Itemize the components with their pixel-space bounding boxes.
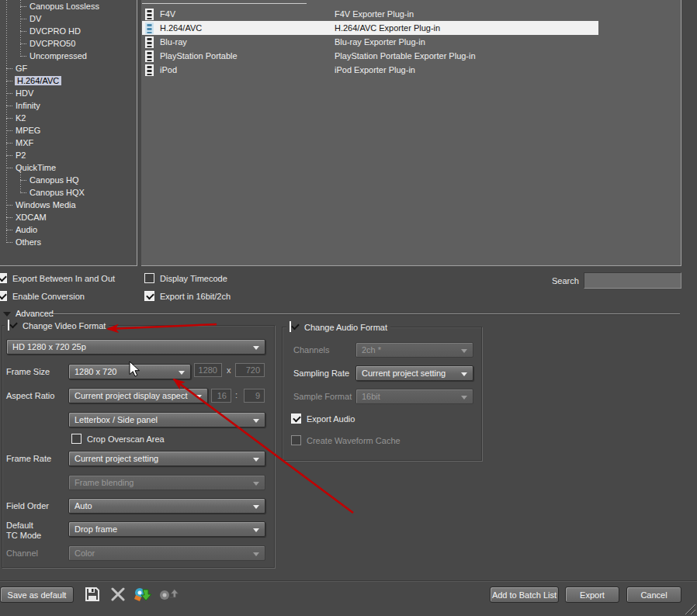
tree-item-label: Uncompressed bbox=[29, 51, 87, 61]
add-to-batch-list-button[interactable]: Add to Batch List bbox=[490, 587, 559, 603]
tree-item-uncompressed[interactable]: Uncompressed bbox=[0, 50, 137, 62]
exporter-row-f4v[interactable]: F4V F4V Exporter Plug-in bbox=[142, 7, 598, 21]
chevron-down-icon bbox=[253, 552, 259, 556]
waveform-cache-checkbox bbox=[291, 435, 301, 445]
tree-stub bbox=[20, 192, 26, 193]
import-preset-button[interactable] bbox=[132, 583, 154, 604]
field-order-value: Auto bbox=[75, 501, 92, 510]
tree-stub bbox=[6, 130, 12, 131]
save-preset-button[interactable] bbox=[82, 584, 102, 604]
tree-item-dvcpro50[interactable]: DVCPRO50 bbox=[0, 37, 137, 50]
search-input[interactable] bbox=[584, 272, 681, 289]
sampling-rate-select[interactable]: Current project setting bbox=[355, 365, 473, 381]
tree-item-p2[interactable]: P2 bbox=[0, 149, 137, 161]
exporter-row-psp[interactable]: PlayStation Portable PlayStation Portabl… bbox=[142, 49, 598, 63]
exporter-list: F4V F4V Exporter Plug-in H.264/AVC H.264… bbox=[141, 0, 681, 266]
frame-rate-value: Current project setting bbox=[75, 454, 158, 463]
export-between-checkbox[interactable] bbox=[0, 273, 7, 283]
tree-stub bbox=[6, 168, 12, 168]
tree-item-infinity[interactable]: Infinity bbox=[0, 99, 137, 112]
aspect-ratio-select[interactable]: Current project display aspect bbox=[68, 388, 208, 403]
frame-rate-label: Frame Rate bbox=[6, 454, 51, 463]
exporter-name: PlayStation Portable bbox=[160, 51, 335, 61]
save-as-default-button[interactable]: Save as default bbox=[0, 587, 74, 603]
exporter-description: H.264/AVC Exporter Plug-in bbox=[335, 23, 598, 33]
enable-conversion-checkbox[interactable] bbox=[0, 291, 7, 301]
tree-item-canopus-hqx[interactable]: Canopus HQX bbox=[0, 186, 137, 199]
delete-preset-button[interactable] bbox=[108, 584, 128, 604]
aspect-ratio-label: Aspect Ratio bbox=[6, 391, 54, 400]
tree-item-mpeg[interactable]: MPEG bbox=[0, 124, 137, 137]
chevron-down-icon bbox=[461, 349, 467, 353]
channel-value: Color bbox=[75, 549, 95, 558]
sample-format-select: 16bit bbox=[355, 389, 473, 404]
exporter-row-ipod[interactable]: iPod iPod Exporter Plug-in bbox=[142, 63, 598, 77]
display-timecode-checkbox[interactable] bbox=[144, 273, 154, 283]
export-preset-button bbox=[158, 583, 179, 604]
chevron-down-icon bbox=[196, 395, 202, 399]
tree-item-mxf[interactable]: MXF bbox=[0, 137, 137, 149]
change-audio-format-checkbox[interactable] bbox=[290, 321, 291, 332]
tree-item-label: Windows Media bbox=[16, 200, 76, 209]
panel-splitter[interactable] bbox=[137, 0, 137, 266]
crop-overscan-checkbox[interactable] bbox=[71, 434, 81, 444]
tree-item-others[interactable]: Others bbox=[0, 236, 137, 248]
change-video-format-checkbox[interactable] bbox=[8, 320, 9, 330]
tree-item-label: Canopus HQ bbox=[29, 175, 79, 185]
tree-item-canopus-lossless[interactable]: Canopus Lossless bbox=[0, 0, 137, 12]
exporter-description: iPod Exporter Plug-in bbox=[335, 65, 598, 74]
export-audio-checkbox[interactable] bbox=[291, 414, 301, 424]
field-order-select[interactable]: Auto bbox=[68, 498, 265, 514]
tree-item-label: Infinity bbox=[16, 101, 40, 110]
channel-select: Color bbox=[68, 545, 265, 561]
tree-item-audio[interactable]: Audio bbox=[0, 223, 137, 236]
tree-item-label: GF bbox=[16, 64, 27, 73]
tree-item-h264avc-selected[interactable]: H.264/AVC bbox=[0, 74, 137, 87]
exporter-row-h264avc-selected[interactable]: H.264/AVC H.264/AVC Exporter Plug-in bbox=[142, 21, 598, 35]
tree-item-quicktime[interactable]: QuickTime bbox=[0, 161, 137, 174]
tree-stub bbox=[20, 19, 26, 19]
frame-size-select[interactable]: 1280 x 720 bbox=[68, 364, 191, 379]
tree-stub bbox=[20, 43, 26, 44]
cancel-button[interactable]: Cancel bbox=[626, 587, 681, 603]
tree-stub bbox=[20, 6, 26, 7]
tree-item-label: H.264/AVC bbox=[15, 76, 61, 85]
letterbox-select[interactable]: Letterbox / Side panel bbox=[68, 412, 265, 427]
window-resize-grip[interactable] bbox=[683, 602, 695, 614]
tree-item-label: MPEG bbox=[16, 126, 40, 135]
tree-item-xdcam[interactable]: XDCAM bbox=[0, 211, 137, 223]
default-tc-select[interactable]: Drop frame bbox=[68, 521, 265, 537]
cancel-label: Cancel bbox=[640, 590, 667, 600]
frame-rate-select[interactable]: Current project setting bbox=[68, 451, 265, 466]
exporter-row-bluray[interactable]: Blu-ray Blu-ray Exporter Plug-in bbox=[142, 35, 598, 49]
aspect-den-input: 9 bbox=[244, 389, 265, 403]
tree-stub bbox=[6, 217, 12, 218]
advanced-header-label[interactable]: Advanced bbox=[16, 309, 54, 318]
frame-blending-value: Frame blending bbox=[75, 478, 134, 487]
tree-item-dv[interactable]: DV bbox=[0, 12, 137, 25]
tree-item-windows-media[interactable]: Windows Media bbox=[0, 199, 137, 211]
advanced-expander-icon[interactable] bbox=[3, 312, 11, 317]
channel-label: Channel bbox=[6, 549, 38, 558]
enable-conversion-label: Enable Conversion bbox=[12, 292, 85, 301]
export-16bit-checkbox[interactable] bbox=[144, 291, 154, 301]
tree-item-hdv[interactable]: HDV bbox=[0, 87, 137, 99]
video-preset-select[interactable]: HD 1280 x 720 25p bbox=[6, 339, 265, 355]
aspect-num-input: 16 bbox=[211, 389, 231, 403]
chevron-down-icon bbox=[253, 458, 259, 462]
default-tc-value: Drop frame bbox=[75, 524, 117, 534]
aspect-ratio-value: Current project display aspect bbox=[75, 391, 188, 400]
tree-stub bbox=[6, 93, 12, 94]
filmstrip-icon bbox=[145, 36, 154, 48]
sampling-rate-label: Sampling Rate bbox=[293, 369, 349, 378]
tree-item-dvcpro-hd[interactable]: DVCPRO HD bbox=[0, 25, 137, 37]
chevron-down-icon bbox=[253, 482, 259, 486]
tree-item-label: HDV bbox=[16, 88, 33, 98]
export-between-label: Export Between In and Out bbox=[12, 274, 115, 283]
tree-item-canopus-hq[interactable]: Canopus HQ bbox=[0, 174, 137, 186]
tree-item-gf[interactable]: GF bbox=[0, 62, 137, 74]
change-audio-format-title: Change Audio Format bbox=[286, 321, 390, 333]
export-button[interactable]: Export bbox=[565, 587, 619, 603]
field-order-label: Field Order bbox=[6, 501, 49, 510]
tree-item-k2[interactable]: K2 bbox=[0, 112, 137, 124]
